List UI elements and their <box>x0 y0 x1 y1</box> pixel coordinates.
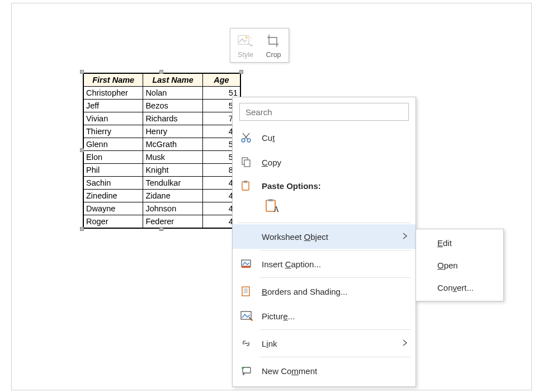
crop-label: Crop <box>266 51 281 59</box>
menu-item-label: CopyCopy <box>262 158 408 167</box>
caption-icon <box>240 258 262 270</box>
table-row: Glenn McGrath 52 <box>84 138 240 151</box>
cell-first-name: Zinedine <box>84 190 143 202</box>
cell-last-name: Nolan <box>143 87 202 100</box>
worksheet-table: First Name Last Name Age Christopher Nol… <box>83 73 240 228</box>
style-label: Style <box>238 51 253 59</box>
cell-first-name: Jeff <box>84 100 143 112</box>
menu-item-label: OpenOpen <box>437 261 458 270</box>
context-menu: CutCut CopyCopy Paste Options: <box>232 97 416 387</box>
crop-icon <box>266 33 281 49</box>
cell-last-name: Johnson <box>143 202 202 215</box>
copy-icon <box>240 157 262 168</box>
search-input[interactable] <box>239 103 409 121</box>
svg-rect-15 <box>242 287 249 296</box>
menu-item-cut[interactable]: CutCut <box>233 125 415 150</box>
picture-format-icon <box>240 310 262 322</box>
resize-handle-n[interactable] <box>159 70 163 74</box>
table-row: Sachin Tendulkar 48 <box>84 177 240 190</box>
table-row: Phil Knight 84 <box>84 164 240 177</box>
cut-icon <box>240 132 262 143</box>
cell-first-name: Sachin <box>84 177 143 190</box>
table-row: Elon Musk 50 <box>84 151 240 164</box>
style-button[interactable]: Style <box>232 31 259 61</box>
resize-handle-nw[interactable] <box>80 70 84 74</box>
cell-last-name: Knight <box>143 164 202 177</box>
cell-last-name: Henry <box>143 125 202 138</box>
menu-item-worksheet-object[interactable]: Worksheet ObjectWorksheet Object <box>233 224 415 249</box>
svg-point-1 <box>245 36 248 39</box>
cell-first-name: Glenn <box>84 138 143 151</box>
svg-text:A: A <box>273 205 280 214</box>
menu-item-label: EditEdit <box>437 238 452 248</box>
table-row: Vivian Richards 70 <box>84 112 240 125</box>
submenu-item-edit[interactable]: EditEdit <box>416 232 503 254</box>
svg-rect-21 <box>243 367 251 373</box>
menu-item-link[interactable]: LinkLink <box>233 331 415 356</box>
svg-rect-0 <box>238 35 249 44</box>
col-header: Age <box>202 74 240 87</box>
menu-separator <box>259 277 411 278</box>
context-menu-search <box>239 103 409 121</box>
comment-icon <box>240 365 262 376</box>
col-header: Last Name <box>143 74 202 87</box>
svg-rect-8 <box>242 182 249 190</box>
menu-item-picture[interactable]: Picture...Picture... <box>233 304 415 328</box>
link-icon <box>240 338 262 349</box>
paste-keep-text-only[interactable]: A <box>262 196 282 216</box>
menu-item-borders-shading[interactable]: Borders and Shading...Borders and Shadin… <box>233 279 415 304</box>
menu-item-copy[interactable]: CopyCopy <box>233 150 415 174</box>
cell-first-name: Phil <box>84 164 143 177</box>
submenu-arrow-icon <box>402 339 408 348</box>
cell-first-name: Vivian <box>84 112 143 125</box>
menu-separator <box>259 329 411 330</box>
menu-separator <box>237 223 411 223</box>
resize-handle-sw[interactable] <box>80 227 84 231</box>
embedded-worksheet-object[interactable]: First Name Last Name Age Christopher Nol… <box>83 73 241 229</box>
table-row: Roger Federer 40 <box>84 215 240 228</box>
paste-options-label: Paste Options: <box>233 174 415 195</box>
menu-item-new-comment[interactable]: New CommentNew Comment <box>233 358 415 383</box>
resize-handle-w[interactable] <box>80 148 84 152</box>
submenu-item-open[interactable]: OpenOpen <box>416 254 503 276</box>
cell-first-name: Elon <box>84 151 143 164</box>
svg-rect-7 <box>244 160 250 167</box>
menu-item-label: Convert...Convert... <box>437 283 474 292</box>
cell-last-name: McGrath <box>143 138 202 151</box>
cell-last-name: Tendulkar <box>143 177 202 190</box>
menu-item-label: Insert Caption...Insert Caption... <box>262 259 408 269</box>
table-row: Zinedine Zidane 49 <box>84 190 240 202</box>
svg-rect-14 <box>242 266 251 268</box>
cell-last-name: Federer <box>143 215 202 228</box>
table-row: Christopher Nolan 51 <box>84 87 240 100</box>
cell-first-name: Dwayne <box>84 202 143 215</box>
menu-item-label: New CommentNew Comment <box>262 366 408 376</box>
menu-item-label: Paste Options: <box>262 181 321 191</box>
menu-separator <box>259 357 411 357</box>
canvas: First Name Last Name Age Christopher Nol… <box>0 0 543 392</box>
menu-separator <box>259 250 411 251</box>
cell-first-name: Thierry <box>84 125 143 138</box>
cell-last-name: Musk <box>143 151 202 164</box>
menu-item-label: Worksheet ObjectWorksheet Object <box>262 232 402 242</box>
borders-icon <box>240 286 262 297</box>
cell-first-name: Roger <box>84 215 143 228</box>
menu-item-label: Borders and Shading...Borders and Shadin… <box>262 287 408 296</box>
col-header: First Name <box>84 74 143 87</box>
resize-handle-s[interactable] <box>159 227 163 231</box>
submenu-arrow-icon <box>402 232 408 241</box>
svg-rect-9 <box>244 181 247 183</box>
crop-button[interactable]: Crop <box>259 31 287 61</box>
menu-item-label: CutCut <box>262 133 408 143</box>
menu-item-insert-caption[interactable]: Insert Caption...Insert Caption... <box>233 252 415 276</box>
menu-item-label: LinkLink <box>262 339 402 348</box>
paste-icon <box>240 180 262 191</box>
table-row: Dwayne Johnson 49 <box>84 202 240 215</box>
table-row: Thierry Henry 44 <box>84 125 240 138</box>
worksheet-object-submenu: EditEdit OpenOpen Convert...Convert... <box>415 229 504 301</box>
submenu-item-convert[interactable]: Convert...Convert... <box>416 276 503 299</box>
paste-options-row: A <box>233 195 415 221</box>
resize-handle-ne[interactable] <box>239 70 243 74</box>
mini-toolbar: Style Crop <box>230 28 289 63</box>
cell-last-name: Richards <box>143 112 202 125</box>
